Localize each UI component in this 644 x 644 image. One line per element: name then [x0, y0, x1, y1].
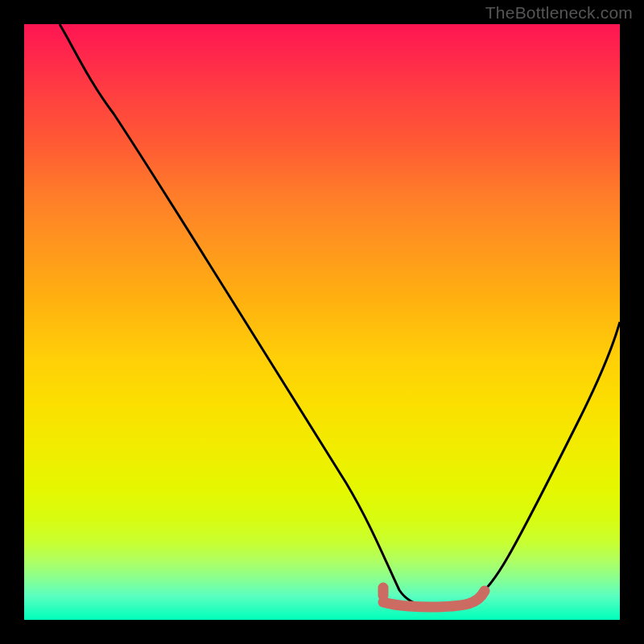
chart-plot-area — [24, 24, 620, 620]
chart-frame: TheBottleneck.com — [0, 0, 644, 644]
attribution-label: TheBottleneck.com — [485, 3, 633, 23]
bottleneck-curve — [60, 24, 620, 606]
chart-svg — [24, 24, 620, 620]
